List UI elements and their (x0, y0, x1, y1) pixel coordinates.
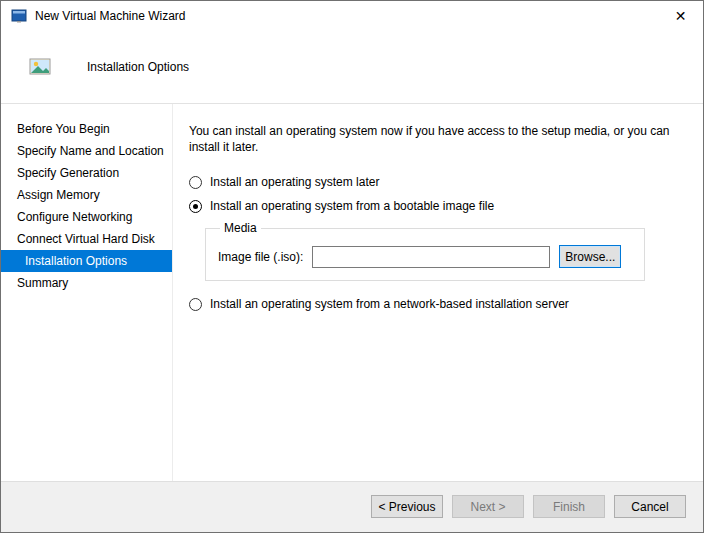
media-group-legend: Media (220, 221, 261, 235)
radio-network-install[interactable] (189, 298, 202, 311)
wizard-footer: < Previous Next > Finish Cancel (1, 481, 703, 532)
intro-text: You can install an operating system now … (189, 123, 689, 155)
radio-bootable-image[interactable] (189, 200, 202, 213)
radio-network-install-label: Install an operating system from a netwo… (210, 297, 569, 311)
installation-options-icon (29, 58, 51, 76)
image-file-label: Image file (.iso): (218, 250, 303, 264)
window-title: New Virtual Machine Wizard (35, 9, 658, 23)
sidebar-item-summary[interactable]: Summary (1, 272, 172, 294)
page-title: Installation Options (87, 60, 189, 74)
close-button[interactable]: ✕ (658, 1, 703, 31)
wizard-header: Installation Options (1, 31, 703, 104)
image-file-input[interactable] (312, 246, 550, 268)
radio-bootable-image-label: Install an operating system from a boota… (210, 199, 494, 213)
next-button[interactable]: Next > (452, 495, 524, 518)
sidebar-item-specify-generation[interactable]: Specify Generation (1, 162, 172, 184)
browse-button[interactable]: Browse... (559, 245, 621, 268)
media-group-box: Media Image file (.iso): Browse... (205, 221, 645, 281)
option-network-install-row[interactable]: Install an operating system from a netwo… (189, 293, 689, 315)
wizard-app-icon (11, 8, 27, 24)
sidebar-item-configure-networking[interactable]: Configure Networking (1, 206, 172, 228)
new-vm-wizard-window: New Virtual Machine Wizard ✕ Installatio… (0, 0, 704, 533)
wizard-steps-sidebar: Before You Begin Specify Name and Locati… (1, 104, 173, 481)
sidebar-item-before-you-begin[interactable]: Before You Begin (1, 118, 172, 140)
image-file-row: Image file (.iso): Browse... (218, 245, 632, 268)
cancel-button[interactable]: Cancel (614, 495, 686, 518)
radio-install-later[interactable] (189, 176, 202, 189)
sidebar-item-connect-virtual-hard-disk[interactable]: Connect Virtual Hard Disk (1, 228, 172, 250)
sidebar-item-assign-memory[interactable]: Assign Memory (1, 184, 172, 206)
previous-button[interactable]: < Previous (371, 495, 443, 518)
sidebar-item-installation-options[interactable]: Installation Options (1, 250, 172, 272)
wizard-content: You can install an operating system now … (173, 104, 703, 481)
finish-button[interactable]: Finish (533, 495, 605, 518)
option-install-later-row[interactable]: Install an operating system later (189, 171, 689, 193)
titlebar: New Virtual Machine Wizard ✕ (1, 1, 703, 31)
wizard-body: Before You Begin Specify Name and Locati… (1, 104, 703, 481)
sidebar-item-specify-name-and-location[interactable]: Specify Name and Location (1, 140, 172, 162)
radio-install-later-label: Install an operating system later (210, 175, 379, 189)
option-bootable-image-row[interactable]: Install an operating system from a boota… (189, 195, 689, 217)
